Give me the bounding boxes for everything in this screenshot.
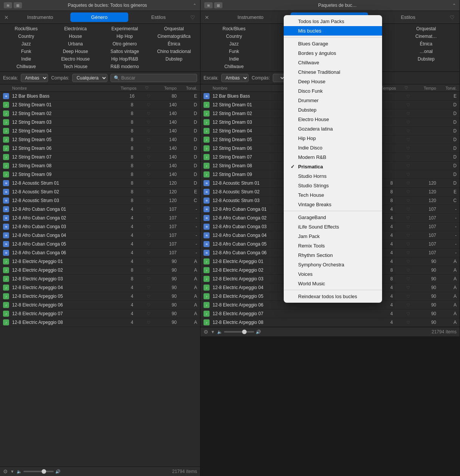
genre-item[interactable]: Rock/Blues — [203, 25, 265, 32]
genre-item[interactable]: R&B moderno — [101, 63, 149, 70]
table-row[interactable]: ♪ 12-8 Electric Arpeggio 08 4 ♡ 90 A — [200, 318, 460, 327]
close-button[interactable]: ✕ — [204, 14, 210, 21]
row-favorite[interactable]: ♡ — [404, 320, 412, 325]
genre-item[interactable]: Étnica — [395, 40, 457, 47]
dropdown-item[interactable]: Todos los Jam Packs — [284, 17, 382, 26]
dropdown-item[interactable]: Studio Horns — [284, 171, 382, 181]
close-button[interactable]: ✕ — [3, 14, 10, 21]
row-favorite[interactable]: ♡ — [404, 120, 412, 125]
dropdown-item[interactable]: GarageBand — [284, 213, 382, 222]
table-row[interactable]: ♪ 12 String Dream 06 8 ♡ 140 D — [0, 144, 200, 153]
row-favorite[interactable]: ♡ — [145, 120, 152, 125]
row-favorite[interactable]: ♡ — [404, 224, 412, 229]
row-favorite[interactable]: ♡ — [404, 94, 412, 99]
waveform-icon[interactable]: ≋ — [4, 2, 12, 8]
dropdown-item[interactable]: Electro House — [284, 115, 382, 124]
row-favorite[interactable]: ♡ — [145, 277, 152, 282]
dropdown-item[interactable]: Chinese Traditional — [284, 67, 382, 77]
scale-select[interactable]: Ambas — [221, 74, 249, 82]
search-box[interactable]: 🔍Buscar — [110, 74, 197, 82]
genre-item[interactable]: Funk — [203, 48, 265, 55]
dropdown-item[interactable]: ✓ Prismatica — [284, 162, 382, 171]
row-favorite[interactable]: ♡ — [404, 277, 412, 282]
dropdown-menu[interactable]: Todos los Jam Packs Mis bucles Blues Gar… — [284, 15, 382, 303]
genre-item[interactable] — [395, 63, 457, 70]
row-favorite[interactable]: ♡ — [404, 111, 412, 116]
row-favorite[interactable]: ♡ — [404, 207, 412, 212]
waveform-icon[interactable]: ≋ — [204, 2, 213, 8]
row-favorite[interactable]: ♡ — [145, 103, 152, 107]
row-favorite[interactable]: ♡ — [404, 294, 412, 299]
genre-item[interactable]: Chino tradicional — [150, 48, 198, 55]
genre-item[interactable]: Country — [2, 33, 50, 40]
genre-item[interactable] — [150, 63, 198, 70]
row-favorite[interactable]: ♡ — [145, 242, 152, 247]
row-favorite[interactable]: ♡ — [145, 320, 152, 325]
genre-item[interactable]: Chillwave — [2, 63, 50, 70]
dropdown-item[interactable]: iLife Sound Effects — [284, 222, 382, 232]
dropdown-item[interactable]: Studio Strings — [284, 181, 382, 190]
table-row[interactable]: ♪ 12-8 Electric Arpeggio 05 4 ♡ 90 A — [0, 292, 200, 301]
row-favorite[interactable]: ♡ — [404, 242, 412, 247]
footer-arrow-down[interactable]: ▼ — [211, 330, 215, 334]
dropdown-item[interactable]: Modern R&B — [284, 152, 382, 162]
table-row[interactable]: ≋ 12 Bar Blues Bass 16 ♡ 80 E — [0, 92, 200, 101]
volume-slider[interactable] — [23, 471, 54, 472]
row-favorite[interactable]: ♡ — [145, 146, 152, 151]
table-row[interactable]: ♪ 12 String Dream 02 8 ♡ 140 D — [0, 109, 200, 118]
dropdown-item[interactable]: Reindexar todos los bucles — [284, 292, 382, 301]
dropdown-item[interactable]: Gozadera latina — [284, 124, 382, 134]
row-favorite[interactable]: ♡ — [145, 155, 152, 160]
row-favorite[interactable]: ♡ — [404, 172, 412, 177]
row-favorite[interactable]: ♡ — [145, 172, 152, 177]
dropdown-item[interactable]: Voices — [284, 269, 382, 279]
table-row[interactable]: ≋ 12-8 Afro Cuban Conga 01 4 ♡ 107 - — [0, 205, 200, 214]
genre-item[interactable]: Jazz — [2, 40, 50, 47]
row-favorite[interactable]: ♡ — [145, 224, 152, 229]
row-favorite[interactable]: ♡ — [145, 137, 152, 142]
header-arrow-icon[interactable]: ⌃ — [452, 3, 456, 8]
row-favorite[interactable]: ♡ — [404, 181, 412, 186]
row-favorite[interactable]: ♡ — [404, 155, 412, 160]
table-row[interactable]: ♪ 12-8 Electric Arpeggio 04 4 ♡ 90 A — [0, 283, 200, 292]
row-favorite[interactable]: ♡ — [404, 137, 412, 142]
tab-estilos[interactable]: Estilos — [130, 12, 187, 22]
dropdown-item[interactable]: Disco Funk — [284, 86, 382, 96]
grid-icon[interactable]: ⊞ — [14, 2, 22, 8]
row-favorite[interactable]: ♡ — [404, 216, 412, 221]
row-favorite[interactable]: ♡ — [145, 190, 152, 194]
dropdown-item[interactable]: Symphony Orchestra — [284, 260, 382, 269]
row-favorite[interactable]: ♡ — [145, 111, 152, 116]
row-favorite[interactable]: ♡ — [404, 146, 412, 151]
settings-gear-icon[interactable]: ⚙ — [204, 329, 208, 335]
row-favorite[interactable]: ♡ — [404, 190, 412, 194]
compass-select[interactable]: Cualquiera — [72, 74, 107, 82]
table-row[interactable]: ≋ 12-8 Afro Cuban Conga 04 4 ♡ 107 - — [0, 231, 200, 240]
footer-arrow-down[interactable]: ▼ — [10, 469, 14, 474]
table-row[interactable]: ♪ 12 String Dream 03 8 ♡ 140 D — [0, 118, 200, 127]
table-row[interactable]: ♪ 12-8 Electric Arpeggio 07 4 ♡ 90 A — [0, 310, 200, 318]
row-favorite[interactable]: ♡ — [404, 163, 412, 168]
genre-item[interactable]: Hip Hop/R&B — [101, 56, 149, 62]
row-favorite[interactable]: ♡ — [145, 303, 152, 308]
genre-item[interactable]: Chillwave — [203, 63, 265, 70]
table-row[interactable]: ♪ 12-8 Electric Arpeggio 02 8 ♡ 90 A — [0, 266, 200, 275]
genre-item[interactable]: Saltos vintage — [101, 48, 149, 55]
header-arrow-icon[interactable]: ⌃ — [193, 3, 196, 8]
row-favorite[interactable]: ♡ — [404, 250, 412, 255]
genre-item[interactable]: Étnica — [150, 40, 198, 47]
row-favorite[interactable]: ♡ — [404, 233, 412, 238]
genre-item[interactable]: Cinemat… — [395, 33, 457, 40]
genre-item[interactable]: Cinematográfica — [150, 33, 198, 40]
row-favorite[interactable]: ♡ — [145, 268, 152, 273]
table-row[interactable]: ♪ 12-8 Electric Arpeggio 01 4 ♡ 90 A — [0, 257, 200, 266]
table-row[interactable]: ♪ 12 String Dream 05 8 ♡ 140 D — [0, 135, 200, 144]
genre-item[interactable]: Funk — [2, 48, 50, 55]
dropdown-item[interactable]: Chillwave — [284, 58, 382, 67]
dropdown-item[interactable]: Indie Disco — [284, 143, 382, 152]
genre-item[interactable]: Orquestal — [150, 25, 198, 32]
genre-item[interactable]: Tech House — [51, 63, 99, 70]
table-row[interactable]: ♪ 12 String Dream 08 8 ♡ 140 D — [0, 162, 200, 170]
row-favorite[interactable]: ♡ — [145, 250, 152, 255]
row-favorite[interactable]: ♡ — [145, 163, 152, 168]
